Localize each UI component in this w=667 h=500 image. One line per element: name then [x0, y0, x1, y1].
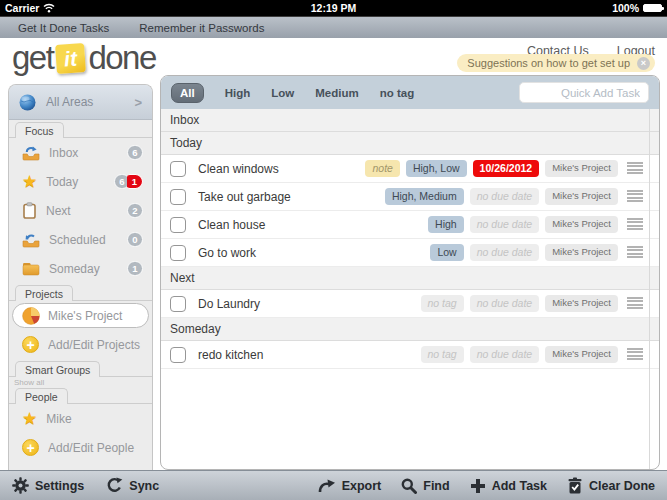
star-icon: ★ [22, 173, 37, 190]
task-row[interactable]: Go to work Low no due date Mike's Projec… [161, 239, 659, 267]
battery-percent: 100% [612, 2, 639, 14]
sidebar-item-scheduled[interactable]: Scheduled 0 [9, 225, 152, 254]
due-date-badge[interactable]: no due date [470, 244, 539, 261]
star-icon: ★ [22, 410, 37, 427]
tag-badge[interactable]: High, Medium [385, 188, 464, 205]
task-checkbox[interactable] [170, 189, 186, 205]
find-button[interactable]: Find [401, 477, 449, 494]
note-badge[interactable]: note [365, 160, 399, 177]
task-checkbox[interactable] [170, 296, 186, 312]
filter-bar: All High Low Medium no tag [161, 76, 659, 109]
project-badge[interactable]: Mike's Project [545, 216, 618, 232]
sidebar-item-clipped[interactable]: ★ [9, 462, 152, 470]
sync-button[interactable]: Sync [106, 477, 159, 494]
due-date-badge[interactable]: no due date [470, 188, 539, 205]
bottom-toolbar: Settings Sync Export Find [0, 470, 667, 500]
sidebar-item-mikes-project[interactable]: Mike's Project [12, 303, 149, 328]
tag-badge[interactable]: no tag [421, 295, 464, 312]
task-checkbox[interactable] [170, 161, 186, 177]
filter-medium[interactable]: Medium [315, 87, 358, 99]
task-row[interactable]: Take out garbage High, Medium no due dat… [161, 183, 659, 211]
settings-button[interactable]: Settings [12, 477, 84, 494]
sidebar-item-someday[interactable]: Someday 1 [9, 254, 152, 283]
sidebar-item-mike[interactable]: ★ Mike [9, 404, 152, 433]
section-header-people: People [9, 386, 152, 404]
add-task-button[interactable]: Add Task [470, 477, 547, 494]
sidebar-item-label: Today [46, 175, 105, 189]
filter-low[interactable]: Low [271, 87, 294, 99]
tag-badge[interactable]: High, Low [406, 160, 467, 177]
globe-icon [19, 94, 36, 111]
task-row[interactable]: Clean house High no due date Mike's Proj… [161, 211, 659, 239]
filter-high[interactable]: High [225, 87, 251, 99]
drag-handle-icon[interactable] [627, 297, 643, 310]
project-badge[interactable]: Mike's Project [545, 244, 618, 260]
export-button[interactable]: Export [318, 477, 382, 494]
area-selector[interactable]: All Areas > [9, 85, 152, 120]
count-badge: 0 [127, 232, 143, 247]
section-tab: Smart Groups [15, 361, 100, 377]
tag-badge[interactable]: Low [430, 244, 463, 261]
project-badge[interactable]: Mike's Project [545, 346, 618, 362]
tab-passwords[interactable]: Remember it Passwords [139, 22, 264, 34]
task-checkbox[interactable] [170, 217, 186, 233]
section-header-smart-groups: Smart Groups [9, 359, 152, 377]
suggestions-text: Suggestions on how to get set up [467, 57, 630, 69]
count-badge: 1 [127, 261, 143, 276]
count-badge: 2 [127, 203, 143, 218]
project-badge[interactable]: Mike's Project [545, 295, 618, 311]
tag-badge[interactable]: no tag [421, 346, 464, 363]
inbox-tray-icon [22, 145, 40, 161]
task-title: Do Laundry [198, 297, 260, 311]
count-badge: 6 [127, 145, 143, 160]
sidebar-item-today[interactable]: ★ Today 6 1 [9, 167, 152, 196]
logo-get: get [12, 39, 53, 77]
sidebar-item-inbox[interactable]: Inbox 6 [9, 138, 152, 167]
app-logo: get it done [12, 39, 156, 77]
find-label: Find [423, 479, 449, 493]
due-date-badge[interactable]: 10/26/2012 [473, 160, 540, 177]
due-date-badge[interactable]: no due date [470, 295, 539, 312]
tab-tasks[interactable]: Get It Done Tasks [18, 22, 109, 34]
sidebar-item-add-edit-projects[interactable]: + Add/Edit Projects [9, 330, 152, 359]
task-checkbox[interactable] [170, 245, 186, 261]
sidebar-item-label: Add/Edit People [48, 441, 143, 455]
folder-icon [22, 262, 40, 276]
due-date-badge[interactable]: no due date [470, 346, 539, 363]
sidebar-item-add-edit-people[interactable]: + Add/Edit People [9, 433, 152, 462]
tag-badge[interactable]: High [428, 216, 464, 233]
trash-check-icon [567, 477, 583, 494]
drag-handle-icon[interactable] [627, 246, 643, 259]
clear-done-button[interactable]: Clear Done [567, 477, 655, 494]
close-icon[interactable]: × [637, 57, 650, 70]
drag-handle-icon[interactable] [627, 348, 643, 361]
clock: 12:19 PM [0, 2, 667, 14]
project-badge[interactable]: Mike's Project [545, 188, 618, 204]
task-row[interactable]: redo kitchen no tag no due date Mike's P… [161, 341, 659, 369]
drag-handle-icon[interactable] [627, 162, 643, 175]
task-title: Go to work [198, 246, 256, 260]
sidebar-item-next[interactable]: Next 2 [9, 196, 152, 225]
scrollbar-track[interactable] [649, 109, 650, 469]
task-row[interactable]: Do Laundry no tag no due date Mike's Pro… [161, 290, 659, 318]
task-checkbox[interactable] [170, 347, 186, 363]
task-row[interactable]: Clean windows note High, Low 10/26/2012 … [161, 155, 659, 183]
group-header-inbox: Inbox [161, 109, 659, 132]
sidebar-item-label: Next [46, 204, 118, 218]
project-badge[interactable]: Mike's Project [545, 160, 618, 176]
sidebar-item-label: Mike's Project [48, 309, 139, 323]
area-selector-label: All Areas [46, 95, 124, 109]
drag-handle-icon[interactable] [627, 190, 643, 203]
chevron-right-icon: > [134, 95, 142, 110]
sidebar-item-label: Scheduled [49, 233, 118, 247]
suggestions-banner[interactable]: Suggestions on how to get set up × [457, 54, 655, 72]
quick-add-task-input[interactable] [519, 82, 649, 103]
plus-circle-icon: + [22, 439, 39, 456]
due-date-badge[interactable]: no due date [470, 216, 539, 233]
filter-all[interactable]: All [171, 83, 204, 103]
drag-handle-icon[interactable] [627, 218, 643, 231]
filter-no-tag[interactable]: no tag [380, 87, 415, 99]
export-arrow-icon [318, 478, 336, 493]
sidebar-item-label: Someday [49, 262, 118, 276]
show-all-link[interactable]: Show all [9, 377, 152, 386]
